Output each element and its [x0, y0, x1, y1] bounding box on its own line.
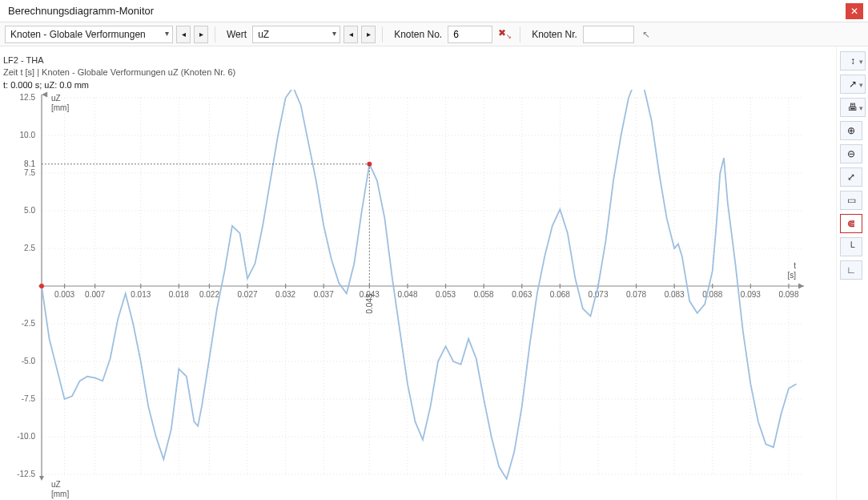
svg-text:-2.5: -2.5 — [22, 319, 36, 328]
svg-text:0.018: 0.018 — [169, 290, 189, 299]
svg-text:-10.0: -10.0 — [17, 432, 35, 441]
divider — [520, 26, 520, 42]
magnet-icon: ⋐ — [847, 218, 855, 229]
close-icon: ✕ — [850, 0, 858, 22]
wert-label: Wert — [227, 29, 247, 40]
cursor-pick-icon: ↖ — [642, 29, 650, 40]
plot-title: LF2 - THA — [3, 54, 828, 67]
plot-subtitle: Zeit t [s] | Knoten - Globale Verformung… — [3, 67, 828, 79]
svg-text:2.5: 2.5 — [24, 244, 35, 252]
svg-text:0.003: 0.003 — [54, 290, 74, 299]
svg-text:uZ: uZ — [51, 480, 61, 489]
svg-text:5.0: 5.0 — [24, 206, 35, 215]
cursor-readout: t: 0.000 s; uZ: 0.0 mm — [3, 80, 828, 90]
axes-icon: ↕︎ — [850, 55, 855, 67]
zoom-window-button[interactable]: ▭ — [840, 191, 862, 210]
svg-text:uZ: uZ — [51, 94, 61, 103]
svg-text:0.032: 0.032 — [275, 290, 295, 299]
svg-text:8.1: 8.1 — [24, 159, 35, 167]
svg-text:0.093: 0.093 — [741, 290, 761, 299]
svg-text:-12.5: -12.5 — [17, 470, 35, 478]
divider — [215, 26, 215, 42]
svg-text:0.058: 0.058 — [474, 290, 494, 299]
knoten-nr-label: Knoten Nr. — [532, 29, 577, 40]
axes-log-button[interactable]: ∟ — [840, 260, 862, 280]
target-delete-icon: ✖↘ — [498, 27, 512, 40]
scale-options-button[interactable]: ↗︎▾ — [840, 75, 866, 94]
svg-text:0.098: 0.098 — [778, 290, 798, 299]
svg-text:[mm]: [mm] — [51, 103, 69, 112]
svg-text:7.5: 7.5 — [24, 168, 35, 177]
svg-text:[mm]: [mm] — [51, 490, 69, 498]
knoten-no-input[interactable] — [448, 26, 492, 43]
svg-text:-7.5: -7.5 — [22, 394, 36, 403]
svg-text:0.037: 0.037 — [314, 290, 334, 299]
side-toolbar: ↕︎▾ ↗︎▾ 🖶▾ ⊕ ⊖ ⤢ ▭ ⋐ └ ∟ — [836, 46, 868, 500]
linear-axes-icon: └ — [848, 241, 855, 252]
zoom-in-button[interactable]: ⊕ — [840, 121, 862, 140]
svg-text:0.083: 0.083 — [665, 290, 685, 299]
zoom-fit-icon: ⤢ — [847, 171, 855, 183]
toolbar: Knoten - Globale Verformungen ◂ ▸ Wert u… — [0, 22, 868, 46]
printer-icon: 🖶 — [848, 102, 858, 113]
svg-text:10.0: 10.0 — [20, 131, 36, 139]
knoten-nr-input[interactable] — [583, 26, 634, 43]
next-wert-button[interactable]: ▸ — [361, 26, 376, 43]
svg-text:12.5: 12.5 — [20, 93, 36, 102]
zoom-fit-button[interactable]: ⤢ — [840, 167, 862, 187]
wert-value-label: uZ — [258, 29, 269, 40]
svg-text:t: t — [794, 261, 796, 270]
wert-dropdown[interactable]: uZ — [252, 26, 340, 43]
next-result-type-button[interactable]: ▸ — [194, 26, 208, 43]
print-button[interactable]: 🖶▾ — [840, 98, 866, 117]
svg-text:0.088: 0.088 — [702, 290, 722, 299]
svg-text:0.078: 0.078 — [626, 290, 646, 299]
result-type-label: Knoten - Globale Verformungen — [10, 29, 146, 40]
svg-text:0.013: 0.013 — [131, 290, 151, 299]
close-button[interactable]: ✕ — [846, 3, 863, 19]
result-type-dropdown[interactable]: Knoten - Globale Verformungen — [5, 26, 173, 43]
axes-options-button[interactable]: ↕︎▾ — [840, 51, 866, 71]
prev-wert-button[interactable]: ◂ — [344, 26, 358, 43]
svg-text:0.053: 0.053 — [436, 290, 456, 299]
scale-icon: ↗︎ — [849, 79, 857, 90]
chart-plot[interactable]: 0.0030.0070.0130.0180.0220.0270.0320.037… — [3, 90, 814, 498]
svg-text:0.022: 0.022 — [199, 290, 219, 299]
svg-point-83 — [39, 284, 44, 288]
zoom-out-icon: ⊖ — [847, 148, 855, 159]
prev-result-type-button[interactable]: ◂ — [176, 26, 191, 43]
pick-in-view-button[interactable]: ↖ — [637, 26, 655, 43]
svg-text:0.043: 0.043 — [365, 293, 374, 313]
svg-text:0.027: 0.027 — [238, 290, 258, 299]
svg-text:0.007: 0.007 — [85, 290, 105, 299]
svg-text:0.068: 0.068 — [550, 290, 570, 299]
zoom-in-icon: ⊕ — [847, 125, 855, 136]
axes-linear-button[interactable]: └ — [840, 237, 862, 256]
knoten-no-label: Knoten No. — [394, 29, 442, 40]
svg-text:-5.0: -5.0 — [22, 357, 36, 365]
divider — [382, 26, 383, 42]
svg-text:0.063: 0.063 — [512, 290, 532, 299]
zoom-window-icon: ▭ — [847, 195, 856, 206]
svg-text:0.048: 0.048 — [397, 290, 417, 299]
cursor-snap-button[interactable]: ⋐ — [840, 214, 862, 233]
pick-node-button[interactable]: ✖↘ — [496, 26, 513, 43]
window-title: Berechnungsdiagramm-Monitor — [8, 0, 154, 22]
zoom-out-button[interactable]: ⊖ — [840, 144, 862, 163]
svg-text:0.073: 0.073 — [588, 290, 608, 299]
svg-text:[s]: [s] — [787, 271, 796, 280]
log-axes-icon: ∟ — [846, 264, 856, 276]
